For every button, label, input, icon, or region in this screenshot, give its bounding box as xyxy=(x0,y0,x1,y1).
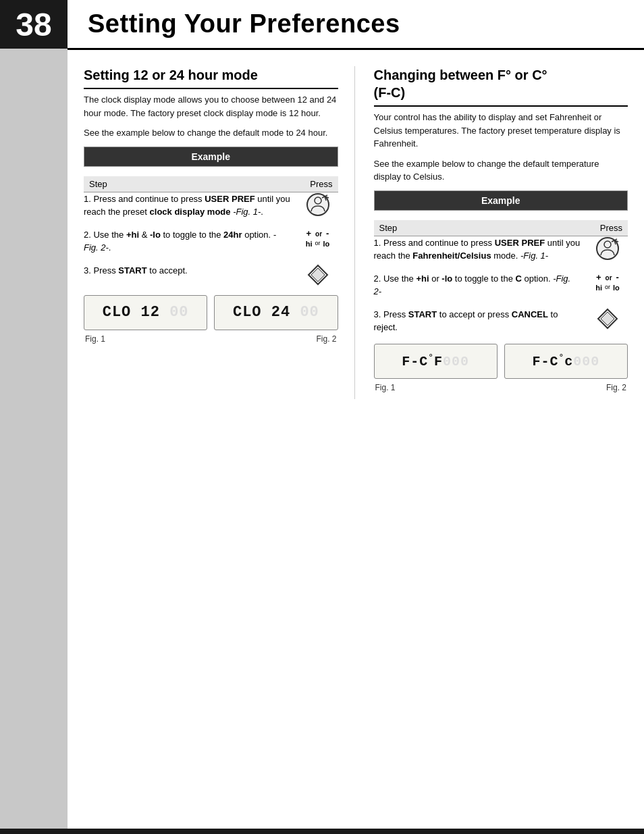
right-fig1-display: F-C°F000 xyxy=(374,344,498,379)
userpref-icon-left-1 xyxy=(306,192,330,217)
right-para1: Your control has the ability to display … xyxy=(374,111,628,151)
left-step-1-press xyxy=(298,192,338,217)
right-step-2-press: + or - hi or lo xyxy=(587,272,628,293)
right-step-3: 3. Press START to accept or press CANCEL… xyxy=(374,308,628,334)
left-fig2-display: CLO 24 00 xyxy=(214,295,338,330)
right-col-headers: Step Press xyxy=(374,220,628,236)
plus-minus-left: + or - xyxy=(306,228,330,240)
right-figures-row: F-C°F000 F-C°c000 xyxy=(374,344,628,379)
sidebar xyxy=(0,0,68,834)
right-step-1-num: 1. xyxy=(374,238,383,248)
left-column: Setting 12 or 24 hour mode The clock dis… xyxy=(84,66,355,399)
right-section-heading: Changing between F° or C° (F-C) xyxy=(374,66,628,107)
right-step-3-press xyxy=(587,308,628,330)
left-figures-row: CLO 12 00 CLO 24 00 xyxy=(84,295,338,330)
right-step-1-press xyxy=(587,236,628,261)
userpref-icon-right-1 xyxy=(595,236,620,261)
right-col-step: Step xyxy=(379,223,398,233)
left-col-press: Press xyxy=(310,179,332,189)
left-fig-labels: Fig. 1 Fig. 2 xyxy=(84,334,338,344)
left-step-3-text: 3. Press START to accept. xyxy=(84,264,298,278)
start-icon-right xyxy=(597,308,618,330)
left-example-table: Example xyxy=(84,147,338,167)
left-step-2-num: 2. xyxy=(84,230,93,240)
hi-lo-button-left: + or - hi or lo xyxy=(306,228,330,249)
page-number-box: 38 xyxy=(0,0,68,49)
left-step-1: 1. Press and continue to press USER PREF… xyxy=(84,192,338,219)
right-heading-line1: Changing between F° or C° xyxy=(374,68,547,82)
hi-lo-labels-left: hi or lo xyxy=(306,239,330,249)
main-content: Setting Your Preferences Setting 12 or 2… xyxy=(68,0,644,834)
right-fig2-display: F-C°c000 xyxy=(504,344,628,379)
hi-lo-button-right: + or - hi or lo xyxy=(595,272,620,293)
svg-point-1 xyxy=(315,197,321,204)
right-example-header: Example xyxy=(374,190,628,210)
right-step-1-text: 1. Press and continue to press USER PREF… xyxy=(374,236,588,263)
left-para2: See the example below to change the defa… xyxy=(84,126,338,140)
page-number: 38 xyxy=(16,6,51,43)
left-step-1-num: 1. xyxy=(84,194,93,204)
right-col-press: Press xyxy=(600,223,622,233)
left-fig1-display: CLO 12 00 xyxy=(84,295,207,330)
left-example-header: Example xyxy=(84,147,338,166)
page-title: Setting Your Preferences xyxy=(88,9,400,38)
right-column: Changing between F° or C° (F-C) Your con… xyxy=(371,66,628,399)
left-step-3: 3. Press START to accept. xyxy=(84,264,338,286)
right-fig2-label: Fig. 2 xyxy=(606,383,626,392)
right-step-2: 2. Use the +hi or -lo to toggle to the C… xyxy=(374,272,628,298)
title-bar: Setting Your Preferences xyxy=(68,0,644,50)
right-step-1: 1. Press and continue to press USER PREF… xyxy=(374,236,628,263)
right-para2: See the example below to change the defa… xyxy=(374,157,628,184)
left-fig1-label: Fig. 1 xyxy=(85,334,105,344)
right-step-2-text: 2. Use the +hi or -lo to toggle to the C… xyxy=(374,272,588,298)
left-section-heading: Setting 12 or 24 hour mode xyxy=(84,66,338,89)
left-step-1-text: 1. Press and continue to press USER PREF… xyxy=(84,192,298,219)
start-icon-left xyxy=(307,264,329,286)
right-step-3-num: 3. xyxy=(374,309,383,319)
bottom-bar xyxy=(0,829,644,834)
columns: Setting 12 or 24 hour mode The clock dis… xyxy=(68,50,644,415)
plus-minus-right: + or - xyxy=(595,272,620,284)
left-fig2-label: Fig. 2 xyxy=(316,334,336,344)
right-heading-line2: (F-C) xyxy=(374,85,406,100)
right-step-3-text: 3. Press START to accept or press CANCEL… xyxy=(374,308,588,334)
left-step-2-press: + or - hi or lo xyxy=(298,228,338,249)
left-col-headers: Step Press xyxy=(84,176,338,192)
hi-lo-labels-right: hi or lo xyxy=(595,283,620,292)
left-para1: The clock display mode allows you to cho… xyxy=(84,93,338,120)
left-step-2-text: 2. Use the +hi & -lo to toggle to the 24… xyxy=(84,228,298,255)
left-step-3-press xyxy=(298,264,338,286)
right-fig-labels: Fig. 1 Fig. 2 xyxy=(374,383,628,392)
left-col-step: Step xyxy=(89,179,107,189)
left-step-2: 2. Use the +hi & -lo to toggle to the 24… xyxy=(84,228,338,255)
svg-point-8 xyxy=(604,241,611,248)
left-step-3-num: 3. xyxy=(84,265,93,276)
right-example-table: Example xyxy=(374,190,628,211)
right-fig1-label: Fig. 1 xyxy=(375,383,396,392)
right-step-2-num: 2. xyxy=(374,273,383,284)
